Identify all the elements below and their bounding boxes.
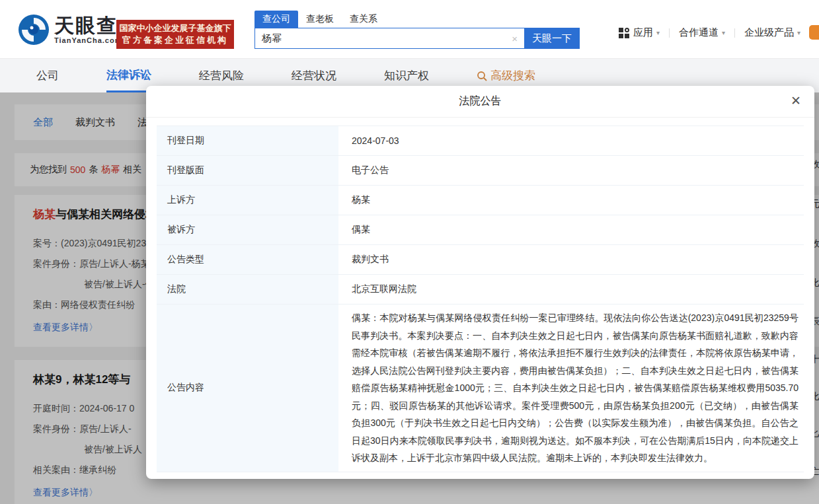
site-logo[interactable]: 天眼查 TianYanCha.com	[19, 15, 122, 45]
table-row: 刊登日期 2024-07-03	[157, 126, 804, 156]
vip-icon[interactable]	[809, 25, 819, 40]
field-label: 公告内容	[157, 305, 338, 472]
close-icon[interactable]: ✕	[791, 94, 801, 107]
search-area: 查公司 查老板 查关系 × 天眼一下	[254, 11, 580, 49]
modal-header: 法院公告 ✕	[146, 86, 814, 118]
logo-domain: TianYanCha.com	[54, 36, 122, 44]
field-value: 2024-07-03	[338, 126, 804, 155]
search-icon	[477, 71, 487, 81]
table-row: 刊登版面 电子公告	[157, 156, 804, 186]
field-value: 北京互联网法院	[338, 275, 804, 304]
caret-down-icon: ▾	[656, 29, 660, 36]
menu-partner-channel[interactable]: 合作通道 ▾	[670, 26, 734, 39]
caret-down-icon: ▾	[722, 29, 725, 36]
search-input[interactable]	[254, 28, 524, 49]
search-tabs: 查公司 查老板 查关系	[254, 11, 580, 28]
clear-search-icon[interactable]: ×	[512, 33, 518, 44]
logo-title: 天眼查	[54, 16, 122, 36]
field-value: 电子公告	[338, 156, 804, 185]
site-header: 天眼查 TianYanCha.com 国家中小企业发展子基金旗下 官方备案企业征…	[0, 0, 819, 58]
badge-line2: 官方备案企业征信机构	[116, 34, 234, 46]
badge-line1: 国家中小企业发展子基金旗下	[116, 22, 234, 34]
field-value: 偶某：本院对杨某与偶某网络侵权责任纠纷一案已审理终结。现依法向你公告送达(202…	[338, 305, 804, 472]
table-row: 公告类型 裁判文书	[157, 245, 804, 275]
page: 天眼查 TianYanCha.com 国家中小企业发展子基金旗下 官方备案企业征…	[0, 0, 819, 504]
field-label: 被诉方	[157, 215, 338, 244]
field-label: 法院	[157, 275, 338, 304]
field-value: 裁判文书	[338, 245, 804, 274]
field-label: 公告类型	[157, 245, 338, 274]
menu-apps[interactable]: 应用 ▾	[609, 26, 669, 39]
modal-title: 法院公告	[459, 94, 502, 108]
caret-down-icon: ▾	[797, 29, 800, 36]
table-row: 上诉方 杨某	[157, 186, 804, 215]
nav-tab-legal-proceedings[interactable]: 法律诉讼	[106, 59, 151, 92]
table-row: 法院 北京互联网法院	[157, 275, 804, 305]
apps-grid-icon	[619, 28, 629, 38]
tianyancha-logo-icon	[19, 15, 49, 45]
field-label: 刊登版面	[157, 156, 338, 185]
field-label: 上诉方	[157, 186, 338, 215]
table-row: 被诉方 偶某	[157, 215, 804, 245]
search-tab-boss[interactable]: 查老板	[298, 11, 342, 28]
search-tab-relation[interactable]: 查关系	[342, 11, 385, 28]
field-label: 刊登日期	[157, 126, 338, 155]
search-button[interactable]: 天眼一下	[524, 28, 580, 49]
header-menu: 应用 ▾ 合作通道 ▾ 企业级产品 ▾	[609, 26, 810, 39]
menu-enterprise-products[interactable]: 企业级产品 ▾	[735, 26, 810, 39]
notice-detail-table: 刊登日期 2024-07-03 刊登版面 电子公告 上诉方 杨某 被诉方 偶某 …	[157, 126, 804, 472]
court-notice-modal: 法院公告 ✕ 刊登日期 2024-07-03 刊登版面 电子公告 上诉方 杨某 …	[146, 86, 814, 479]
table-row: 公告内容 偶某：本院对杨某与偶某网络侵权责任纠纷一案已审理终结。现依法向你公告送…	[157, 305, 804, 472]
field-value: 偶某	[338, 215, 804, 244]
field-value: 杨某	[338, 186, 804, 215]
official-badge: 国家中小企业发展子基金旗下 官方备案企业征信机构	[116, 20, 234, 49]
nav-tab-company[interactable]: 公司	[36, 59, 59, 92]
search-tab-company[interactable]: 查公司	[254, 11, 298, 28]
